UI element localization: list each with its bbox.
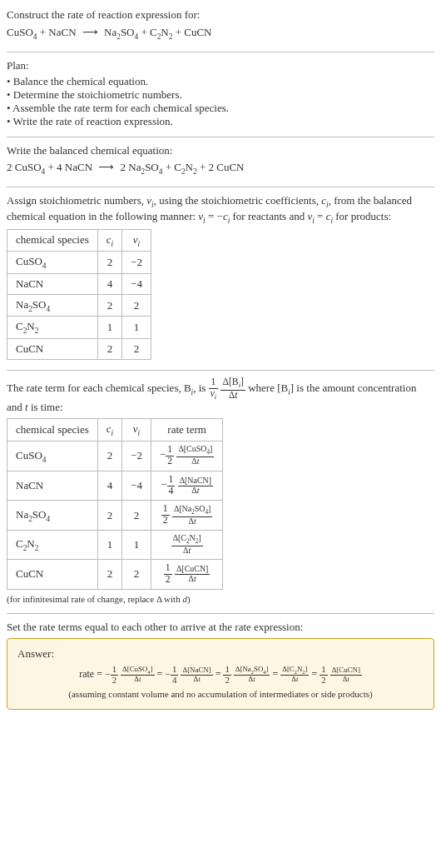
table-row: Na2SO4 2 2 12 Δ[Na2SO4]Δt	[7, 501, 223, 531]
plan-label: Plan:	[7, 59, 434, 73]
answer-box: Answer: rate = −12 Δ[CuSO4]Δt = −14 Δ[Na…	[7, 638, 434, 710]
rateterm-intro: The rate term for each chemical species,…	[7, 377, 434, 415]
frac: 1νi	[209, 377, 219, 401]
table-row: CuCN 2 2	[7, 339, 151, 360]
frac: Δ[Bi]Δt	[220, 377, 245, 401]
prompt-text: Construct the rate of reaction expressio…	[7, 8, 434, 22]
balanced-label: Write the balanced chemical equation:	[7, 144, 434, 158]
plan-item: Write the rate of reaction expression.	[7, 115, 434, 128]
stoich-table: chemical species ci νi CuSO4 2 −2 NaCN 4…	[7, 229, 151, 360]
table-header-row: chemical species ci νi rate term	[7, 419, 223, 441]
rate-term-cell: −12 Δ[CuSO4]Δt	[151, 441, 222, 471]
answer-label: Answer:	[17, 647, 424, 661]
assumption-text: (assuming constant volume and no accumul…	[17, 688, 424, 700]
table-row: C2N2 1 1 Δ[C2N2]Δt	[7, 531, 223, 560]
rateterm-section: The rate term for each chemical species,…	[7, 377, 434, 614]
unbalanced-equation: CuSO4 + NaCN ⟶ Na2SO4 + C2N2 + CuCN	[7, 26, 434, 42]
table-row: NaCN 4 −4 −14 Δ[NaCN]Δt	[7, 471, 223, 501]
col-c: ci	[97, 229, 121, 252]
col-species: chemical species	[7, 229, 98, 252]
table-row: CuSO4 2 −2	[7, 252, 151, 274]
table-row: CuSO4 2 −2 −12 Δ[CuSO4]Δt	[7, 441, 223, 471]
table-header-row: chemical species ci νi	[7, 229, 151, 252]
rateterm-note: (for infinitesimal rate of change, repla…	[7, 593, 434, 605]
plan-list: Balance the chemical equation. Determine…	[7, 75, 434, 128]
rateterm-table: chemical species ci νi rate term CuSO4 2…	[7, 418, 223, 589]
plan-section: Plan: Balance the chemical equation. Det…	[7, 59, 434, 137]
stoich-intro: Assign stoichiometric numbers, νi, using…	[7, 194, 434, 226]
final-section: Set the rate terms equal to each other t…	[7, 621, 434, 710]
table-row: NaCN 4 −4	[7, 273, 151, 294]
balanced-equation: 2 CuSO4 + 4 NaCN ⟶ 2 Na2SO4 + C2N2 + 2 C…	[7, 161, 434, 177]
plan-item: Assemble the rate term for each chemical…	[7, 102, 434, 115]
rate-expression: rate = −12 Δ[CuSO4]Δt = −14 Δ[NaCN]Δt = …	[17, 665, 424, 686]
stoich-section: Assign stoichiometric numbers, νi, using…	[7, 194, 434, 371]
balanced-section: Write the balanced chemical equation: 2 …	[7, 144, 434, 188]
table-row: Na2SO4 2 2	[7, 294, 151, 317]
problem-section: Construct the rate of reaction expressio…	[7, 8, 434, 52]
table-row: C2N2 1 1	[7, 317, 151, 339]
table-row: CuCN 2 2 12 Δ[CuCN]Δt	[7, 559, 223, 589]
plan-item: Balance the chemical equation.	[7, 75, 434, 88]
plan-item: Determine the stoichiometric numbers.	[7, 88, 434, 102]
final-intro: Set the rate terms equal to each other t…	[7, 621, 434, 635]
col-nu: νi	[122, 229, 151, 252]
